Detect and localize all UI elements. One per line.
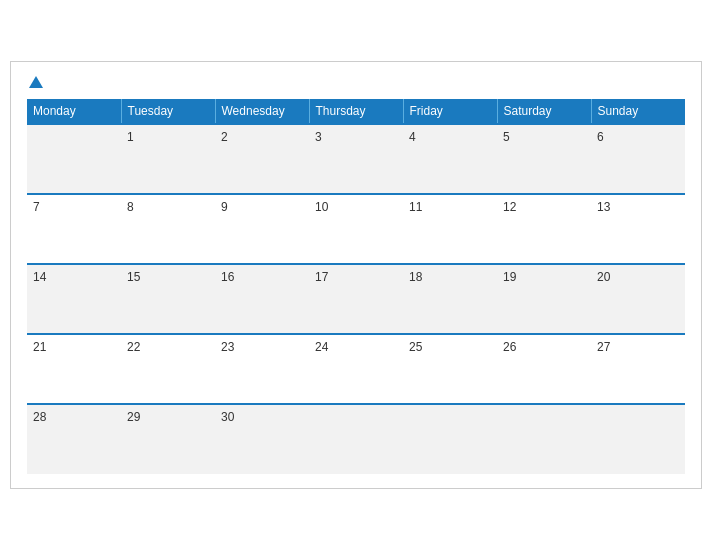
calendar-cell: 5	[497, 124, 591, 194]
calendar-cell: 19	[497, 264, 591, 334]
calendar-cell: 23	[215, 334, 309, 404]
day-number: 16	[221, 270, 234, 284]
calendar-cell: 2	[215, 124, 309, 194]
day-number: 26	[503, 340, 516, 354]
day-number: 19	[503, 270, 516, 284]
day-number: 5	[503, 130, 510, 144]
calendar-cell: 10	[309, 194, 403, 264]
calendar-cell: 18	[403, 264, 497, 334]
day-number: 17	[315, 270, 328, 284]
calendar-cell: 25	[403, 334, 497, 404]
day-number: 9	[221, 200, 228, 214]
weekday-header-sunday: Sunday	[591, 99, 685, 124]
day-number: 8	[127, 200, 134, 214]
calendar-week-row: 78910111213	[27, 194, 685, 264]
weekday-header-wednesday: Wednesday	[215, 99, 309, 124]
calendar-cell: 15	[121, 264, 215, 334]
day-number: 18	[409, 270, 422, 284]
calendar-week-row: 21222324252627	[27, 334, 685, 404]
calendar-cell	[27, 124, 121, 194]
calendar-cell: 14	[27, 264, 121, 334]
calendar-cell: 1	[121, 124, 215, 194]
day-number: 24	[315, 340, 328, 354]
calendar-cell	[591, 404, 685, 474]
day-number: 21	[33, 340, 46, 354]
day-number: 6	[597, 130, 604, 144]
calendar-cell: 29	[121, 404, 215, 474]
calendar-cell: 9	[215, 194, 309, 264]
day-number: 3	[315, 130, 322, 144]
calendar-wrapper: MondayTuesdayWednesdayThursdayFridaySatu…	[10, 61, 702, 489]
day-number: 20	[597, 270, 610, 284]
day-number: 15	[127, 270, 140, 284]
calendar-cell: 11	[403, 194, 497, 264]
calendar-cell: 21	[27, 334, 121, 404]
day-number: 2	[221, 130, 228, 144]
weekday-header-row: MondayTuesdayWednesdayThursdayFridaySatu…	[27, 99, 685, 124]
day-number: 11	[409, 200, 422, 214]
day-number: 23	[221, 340, 234, 354]
calendar-cell: 24	[309, 334, 403, 404]
weekday-header-thursday: Thursday	[309, 99, 403, 124]
day-number: 27	[597, 340, 610, 354]
calendar-week-row: 282930	[27, 404, 685, 474]
calendar-cell: 26	[497, 334, 591, 404]
calendar-cell: 6	[591, 124, 685, 194]
weekday-header-monday: Monday	[27, 99, 121, 124]
weekday-header-saturday: Saturday	[497, 99, 591, 124]
calendar-cell: 7	[27, 194, 121, 264]
calendar-week-row: 14151617181920	[27, 264, 685, 334]
calendar-cell: 20	[591, 264, 685, 334]
weekday-header-friday: Friday	[403, 99, 497, 124]
day-number: 30	[221, 410, 234, 424]
calendar-table: MondayTuesdayWednesdayThursdayFridaySatu…	[27, 99, 685, 474]
calendar-cell: 17	[309, 264, 403, 334]
day-number: 25	[409, 340, 422, 354]
day-number: 10	[315, 200, 328, 214]
day-number: 13	[597, 200, 610, 214]
day-number: 29	[127, 410, 140, 424]
day-number: 28	[33, 410, 46, 424]
day-number: 12	[503, 200, 516, 214]
day-number: 22	[127, 340, 140, 354]
calendar-cell: 12	[497, 194, 591, 264]
calendar-cell: 30	[215, 404, 309, 474]
weekday-header-tuesday: Tuesday	[121, 99, 215, 124]
calendar-cell: 28	[27, 404, 121, 474]
calendar-header	[27, 76, 685, 89]
day-number: 14	[33, 270, 46, 284]
calendar-cell	[403, 404, 497, 474]
day-number: 7	[33, 200, 40, 214]
calendar-cell: 8	[121, 194, 215, 264]
logo-triangle-icon	[29, 76, 43, 88]
calendar-cell: 27	[591, 334, 685, 404]
day-number: 1	[127, 130, 134, 144]
calendar-cell: 22	[121, 334, 215, 404]
calendar-cell: 13	[591, 194, 685, 264]
calendar-week-row: 123456	[27, 124, 685, 194]
day-number: 4	[409, 130, 416, 144]
calendar-cell: 16	[215, 264, 309, 334]
logo	[27, 76, 43, 89]
calendar-cell: 4	[403, 124, 497, 194]
calendar-cell: 3	[309, 124, 403, 194]
calendar-cell	[497, 404, 591, 474]
calendar-cell	[309, 404, 403, 474]
